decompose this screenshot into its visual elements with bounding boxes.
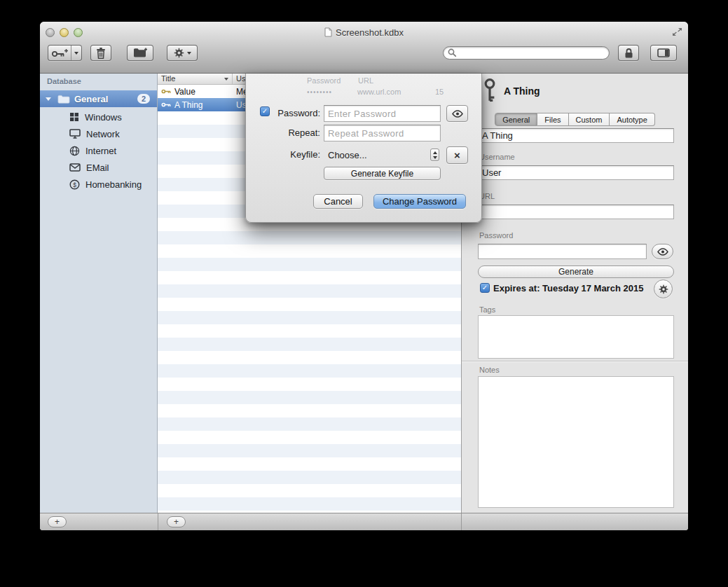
sidebar-group-label: General: [74, 94, 108, 104]
show-password-button[interactable]: [652, 244, 673, 259]
sheet-password-label: Password:: [267, 108, 320, 118]
add-entry-dropdown-arrow[interactable]: [71, 46, 81, 60]
inspector-panel: A Thing General Files Custom Autotype Us…: [461, 74, 688, 513]
add-entry-button[interactable]: [48, 45, 82, 61]
tab-autotype[interactable]: Autotype: [610, 113, 654, 126]
sidebar-item-label: Homebanking: [85, 179, 142, 190]
sort-indicator-icon: [224, 78, 228, 81]
chevron-down-icon: [74, 52, 78, 55]
chevron-down-icon: [433, 156, 437, 159]
ghost-password-value: ••••••••: [307, 88, 332, 96]
change-password-button[interactable]: Change Password: [373, 194, 466, 209]
inspector-entry-title: A Thing: [504, 85, 540, 97]
sidebar-item-label: Internet: [85, 146, 116, 156]
sidebar-item-email[interactable]: EMail: [40, 159, 157, 176]
cell-title: A Thing: [158, 100, 233, 110]
key-plus-icon: [48, 46, 71, 60]
sidebar-item-label: Network: [86, 129, 120, 139]
titlebar[interactable]: Screenshot.kdbx: [40, 22, 688, 43]
entry-key-icon[interactable]: [481, 78, 498, 103]
expires-settings-button[interactable]: [654, 279, 673, 298]
ghost-password-column: Password: [307, 76, 341, 85]
sidebar-item-windows[interactable]: Windows: [40, 109, 157, 125]
search-icon: [448, 48, 457, 57]
action-button[interactable]: [167, 45, 198, 61]
delete-button[interactable]: [90, 45, 111, 61]
desktop-background: Screenshot.kdbx Add Entry Delete: [0, 0, 728, 587]
ghost-extra-value: 15: [435, 88, 444, 96]
sidebar-section-header: Database: [47, 77, 81, 85]
lock-icon: [624, 48, 633, 59]
tab-custom[interactable]: Custom: [569, 113, 610, 126]
sidebar-item-network[interactable]: Network: [40, 125, 157, 142]
new-password-input[interactable]: [324, 105, 441, 122]
sidebar-item-homebanking[interactable]: $ Homebanking: [40, 176, 157, 193]
expires-label: Expires at: Tuesday 17 March 2015: [493, 283, 643, 294]
window-title: Screenshot.kdbx: [40, 22, 688, 43]
toolbar: Add Entry Delete Add Group Action: [40, 43, 688, 74]
document-icon: [324, 27, 332, 37]
lock-button[interactable]: [618, 45, 639, 61]
sidebar-group-general[interactable]: General 2: [40, 90, 157, 107]
inspector-tabs: General Files Custom Autotype: [462, 113, 688, 126]
entry-count-badge: 2: [137, 94, 150, 104]
generate-password-button[interactable]: Generate: [478, 265, 674, 278]
trash-icon: [96, 47, 106, 59]
bottom-bar: + +: [40, 513, 688, 530]
network-icon: [69, 129, 81, 139]
eye-icon: [657, 248, 668, 256]
stepper-arrows-icon[interactable]: [430, 149, 439, 161]
ghost-url-value: www.url.com: [357, 88, 401, 96]
cell-title: Value: [158, 87, 233, 97]
username-label: Username: [479, 153, 515, 161]
add-entry-pill-button[interactable]: +: [167, 516, 186, 527]
fullscreen-icon[interactable]: [672, 27, 682, 36]
password-field[interactable]: [478, 244, 647, 259]
gear-icon: [659, 284, 668, 294]
eye-icon: [452, 110, 463, 118]
sidebar: Database General 2 Windows: [40, 74, 158, 513]
search-field[interactable]: [443, 46, 610, 60]
username-field[interactable]: [478, 165, 674, 180]
url-field[interactable]: [478, 205, 674, 219]
tags-label: Tags: [479, 305, 495, 314]
search-input[interactable]: [460, 48, 605, 58]
homebanking-dollar-icon: $: [69, 179, 80, 190]
folder-plus-icon: [133, 48, 148, 58]
cancel-button[interactable]: Cancel: [313, 194, 363, 209]
show-new-password-button[interactable]: [446, 105, 468, 122]
close-icon: [454, 149, 460, 162]
keyfile-popup[interactable]: Choose...: [324, 146, 441, 163]
add-group-pill-button[interactable]: +: [48, 516, 67, 527]
generate-keyfile-button[interactable]: Generate Keyfile: [324, 167, 441, 180]
tags-input[interactable]: [478, 315, 674, 359]
app-window: Screenshot.kdbx Add Entry Delete: [40, 22, 688, 530]
column-header-title[interactable]: Title: [158, 74, 233, 84]
email-envelope-icon: [69, 163, 81, 172]
sidebar-item-internet[interactable]: Internet: [40, 142, 157, 159]
chevron-up-icon: [433, 151, 437, 154]
sidebar-item-label: Windows: [85, 112, 122, 123]
sheet-keyfile-label: Keyfile:: [267, 149, 320, 160]
inspector-panes-icon: [657, 48, 670, 57]
key-icon: [161, 88, 172, 95]
expires-checkbox[interactable]: [480, 283, 490, 293]
clear-keyfile-button[interactable]: [446, 146, 468, 164]
svg-text:$: $: [73, 181, 76, 188]
change-password-sheet: Password URL •••••••• www.url.com 15 Pas…: [245, 74, 482, 223]
tab-general[interactable]: General: [495, 113, 537, 126]
title-field[interactable]: [478, 128, 674, 143]
inspector-button[interactable]: [650, 45, 677, 61]
add-group-button[interactable]: [127, 45, 153, 61]
tab-files[interactable]: Files: [537, 113, 568, 126]
internet-globe-icon: [69, 146, 80, 156]
key-icon: [161, 102, 172, 108]
repeat-password-input[interactable]: [324, 125, 441, 141]
ghost-url-column: URL: [358, 76, 373, 85]
section-divider: [462, 361, 688, 361]
divider: [461, 513, 462, 530]
windows-icon: [69, 112, 79, 122]
sidebar-item-label: EMail: [86, 163, 109, 173]
notes-input[interactable]: [478, 376, 674, 508]
disclosure-triangle-icon[interactable]: [46, 97, 51, 101]
